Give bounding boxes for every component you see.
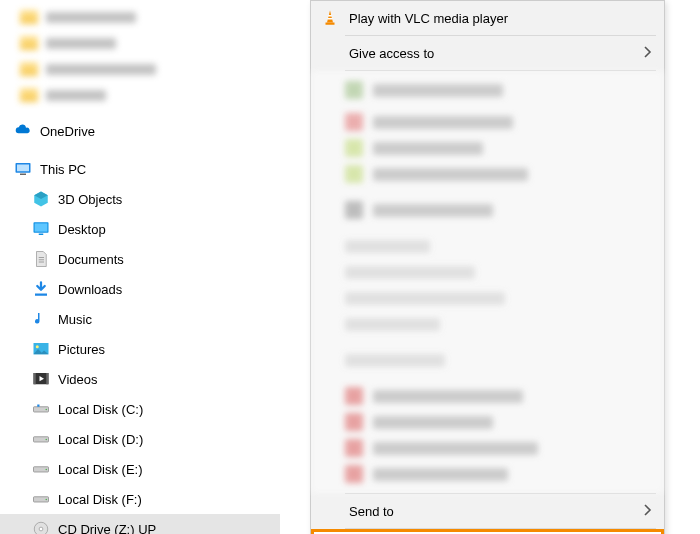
onedrive-icon [14,122,32,140]
menu-label: Play with VLC media player [349,11,508,26]
tree-cd-drive-z[interactable]: CD Drive (Z:) UP [0,514,280,534]
svg-rect-10 [34,373,36,384]
menu-play-vlc[interactable]: Play with VLC media player [311,1,664,35]
tree-local-disk-e[interactable]: Local Disk (E:) [0,454,280,484]
tree-label: Local Disk (D:) [58,432,143,447]
drive-icon [32,490,50,508]
drive-icon [32,460,50,478]
svg-rect-4 [35,223,48,231]
svg-rect-23 [326,23,335,25]
tree-label: Desktop [58,222,106,237]
tree-videos[interactable]: Videos [0,364,280,394]
tree-3d-objects[interactable]: 3D Objects [0,184,280,214]
menu-label: Send to [349,504,394,519]
tree-label: Local Disk (C:) [58,402,143,417]
menu-copy[interactable]: Copy [311,529,664,534]
tree-label: 3D Objects [58,192,122,207]
tree-downloads[interactable]: Downloads [0,274,280,304]
svg-point-16 [46,439,48,441]
tree-label: This PC [40,162,86,177]
downloads-icon [32,280,50,298]
svg-point-8 [36,345,39,348]
tree-music[interactable]: Music [0,304,280,334]
submenu-arrow-icon [642,46,652,61]
menu-give-access-to[interactable]: Give access to [311,36,664,70]
tree-label: Local Disk (E:) [58,462,143,477]
svg-rect-1 [17,165,29,172]
pictures-icon [32,340,50,358]
svg-rect-11 [46,373,48,384]
tree-label: Downloads [58,282,122,297]
svg-rect-24 [328,15,332,17]
tree-onedrive[interactable]: OneDrive [0,116,280,146]
menu-send-to[interactable]: Send to [311,494,664,528]
tree-label: Pictures [58,342,105,357]
music-icon [32,310,50,328]
svg-point-18 [46,469,48,471]
svg-point-20 [46,499,48,501]
svg-rect-6 [35,294,47,296]
svg-rect-5 [39,234,44,236]
tree-documents[interactable]: Documents [0,244,280,274]
navigation-tree: OneDrive This PC 3D Objects Desktop Docu… [0,0,280,534]
tree-label: Videos [58,372,98,387]
tree-local-disk-c[interactable]: Local Disk (C:) [0,394,280,424]
svg-point-22 [39,527,43,531]
svg-point-13 [46,409,48,411]
tree-this-pc[interactable]: This PC [0,154,280,184]
documents-icon [32,250,50,268]
tree-local-disk-f[interactable]: Local Disk (F:) [0,484,280,514]
drive-icon [32,400,50,418]
3d-objects-icon [32,190,50,208]
tree-label: CD Drive (Z:) UP [58,522,156,535]
blurred-quick-access [0,4,280,108]
tree-desktop[interactable]: Desktop [0,214,280,244]
svg-rect-2 [20,174,26,176]
tree-label: Music [58,312,92,327]
menu-label: Give access to [349,46,434,61]
blurred-menu-area [311,71,664,493]
vlc-icon [320,8,340,28]
tree-label: OneDrive [40,124,95,139]
tree-label: Local Disk (F:) [58,492,142,507]
cd-drive-icon [32,520,50,534]
tree-local-disk-d[interactable]: Local Disk (D:) [0,424,280,454]
drive-icon [32,430,50,448]
context-menu: Play with VLC media player Give access t… [310,0,665,534]
tree-label: Documents [58,252,124,267]
svg-rect-14 [37,405,39,407]
desktop-icon [32,220,50,238]
videos-icon [32,370,50,388]
this-pc-icon [14,160,32,178]
tree-pictures[interactable]: Pictures [0,334,280,364]
submenu-arrow-icon [642,504,652,519]
svg-rect-25 [328,18,333,20]
